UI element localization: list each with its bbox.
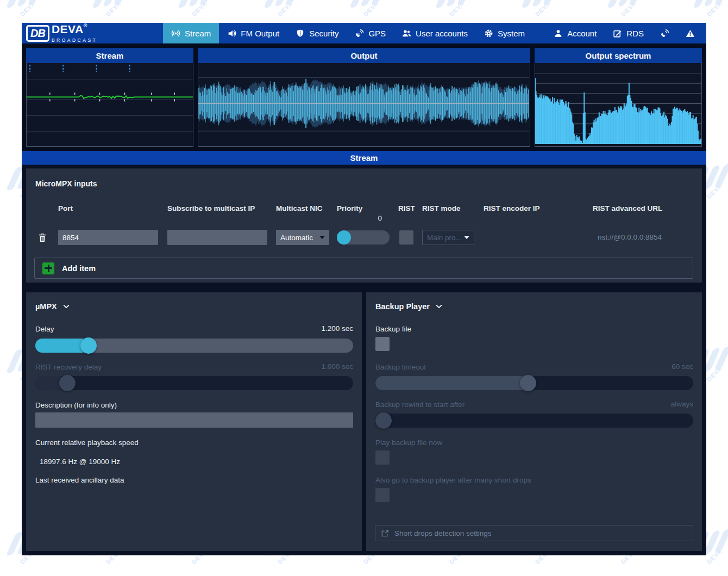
plus-icon — [42, 262, 54, 274]
multicast-ip-input[interactable] — [167, 230, 267, 245]
description-input-field[interactable] — [35, 412, 353, 428]
rist-recovery-slider[interactable] — [35, 375, 353, 391]
nav-tabs: Stream FM Output Security GPS User accou… — [163, 23, 533, 43]
external-link-icon — [381, 529, 389, 537]
rist-checkbox[interactable] — [399, 230, 413, 245]
broadcast-icon — [171, 29, 180, 38]
priority-slider[interactable] — [337, 230, 390, 245]
tab-label: GPS — [368, 29, 386, 38]
port-input-field[interactable] — [58, 230, 158, 245]
rist-mode-select-value: Main pro... — [427, 234, 462, 242]
multicast-ip-input-field[interactable] — [167, 230, 267, 245]
rds-button[interactable]: RDS — [605, 23, 652, 43]
gear-icon — [484, 29, 493, 38]
tab-security[interactable]: Security — [287, 23, 347, 43]
trash-icon — [38, 233, 47, 242]
rist-recovery-label: RIST recovery delay — [35, 363, 102, 371]
backup-player-card: Backup Player Backup file Backup timeout… — [366, 292, 702, 551]
rds-label: RDS — [626, 29, 644, 38]
micrompx-title: MicroMPX inputs — [35, 179, 97, 188]
tab-label: Security — [309, 29, 338, 38]
rist-recovery-value: 1.000 sec — [321, 362, 353, 371]
delay-slider[interactable] — [35, 338, 353, 353]
delete-row-button[interactable] — [38, 233, 47, 248]
db-logo-mark: DB — [30, 27, 45, 39]
app-window: DB DEVA® BROADCAST Stream FM Output Secu… — [22, 23, 706, 555]
col-header-rist-mode: RIST mode — [422, 204, 461, 212]
brand-logo: DB DEVA® BROADCAST — [22, 23, 163, 43]
delay-value: 1.200 sec — [321, 324, 353, 333]
play-backup-now-label: Play backup file now — [375, 439, 442, 447]
spectrum-scope-title: Output spectrum — [535, 48, 702, 63]
port-input[interactable] — [58, 230, 158, 245]
delay-label: Delay — [35, 325, 54, 333]
play-backup-now-checkbox[interactable] — [375, 450, 390, 465]
output-scope-title: Output — [198, 48, 530, 63]
short-drops-settings-label: Short drops detection settings — [394, 529, 492, 537]
backup-rewind-value: always — [671, 400, 693, 408]
account-button[interactable]: Account — [545, 23, 605, 43]
person-icon — [554, 29, 563, 38]
col-header-multicast-ip: Subscribe to multicast IP — [167, 204, 255, 212]
description-input[interactable] — [35, 412, 353, 428]
brand-name: DEVA® — [52, 23, 87, 35]
description-label: Description (for info only) — [35, 401, 117, 409]
warning-triangle-icon — [686, 29, 695, 38]
playback-speed-label: Current relative playback speed — [35, 439, 139, 447]
tab-label: User accounts — [416, 29, 468, 38]
tab-label: System — [498, 29, 525, 38]
navbar-right: Account RDS — [545, 23, 706, 43]
tab-user-accounts[interactable]: User accounts — [394, 23, 476, 43]
col-header-rist-advanced-url: RIST advanced URL — [593, 204, 662, 212]
backup-rewind-label: Backup rewind to start after — [375, 400, 465, 409]
chevron-down-icon — [464, 236, 469, 239]
chevron-down-icon — [435, 303, 443, 310]
tab-label: FM Output — [241, 29, 279, 38]
tab-system[interactable]: System — [476, 23, 533, 43]
account-label: Account — [567, 29, 597, 38]
speaker-icon — [227, 29, 236, 38]
nic-select[interactable]: Automatic — [276, 230, 329, 245]
umpx-title: µMPX — [35, 302, 57, 311]
backup-title: Backup Player — [375, 302, 430, 311]
backup-timeout-value: 60 sec — [671, 362, 693, 371]
tab-gps[interactable]: GPS — [347, 23, 394, 43]
brand-logo-box: DB — [26, 25, 49, 42]
users-icon — [402, 29, 411, 38]
col-header-port: Port — [58, 204, 73, 212]
satellite-dish-icon — [355, 29, 364, 38]
priority-value: 0 — [337, 214, 390, 222]
backup-file-label: Backup file — [375, 325, 411, 333]
slider-thumb[interactable] — [337, 230, 351, 245]
rist-mode-select[interactable]: Main pro... — [422, 230, 474, 245]
section-header-stream: Stream — [22, 151, 706, 165]
short-drops-label: Also go to backup player after many shor… — [375, 476, 531, 484]
short-drops-settings-button[interactable]: Short drops detection settings — [375, 525, 693, 541]
backup-file-checkbox[interactable] — [375, 337, 390, 351]
playback-speed-value: 18997.6 Hz @ 19000 Hz — [40, 458, 120, 466]
chevron-down-icon — [62, 303, 70, 310]
short-drops-checkbox[interactable] — [375, 488, 390, 502]
tab-fm-output[interactable]: FM Output — [219, 23, 287, 43]
stream-scope-display — [26, 63, 193, 147]
umpx-collapse-header[interactable]: µMPX — [35, 302, 70, 311]
scopes-band: Stream Output Output spectrum — [22, 43, 706, 151]
tab-label: Stream — [185, 29, 211, 38]
satellite-dish-icon — [660, 29, 669, 38]
backup-rewind-slider[interactable] — [375, 413, 693, 428]
alert-button[interactable] — [677, 23, 703, 43]
nic-select-value: Automatic — [280, 234, 313, 242]
edit-icon — [613, 29, 622, 38]
backup-timeout-slider[interactable] — [375, 375, 693, 391]
output-spectrum-display — [535, 63, 702, 147]
slider-thumb — [375, 412, 392, 429]
navbar: DB DEVA® BROADCAST Stream FM Output Secu… — [22, 23, 706, 43]
chevron-down-icon — [319, 236, 325, 239]
col-header-rist: RIST — [398, 204, 415, 212]
micrompx-inputs-card: MicroMPX inputs Port Subscribe to multic… — [26, 168, 702, 283]
tab-stream[interactable]: Stream — [163, 23, 219, 43]
add-item-label: Add item — [62, 264, 96, 273]
satellite-status-button[interactable] — [652, 23, 677, 43]
backup-collapse-header[interactable]: Backup Player — [375, 302, 443, 311]
add-item-button[interactable]: Add item — [34, 258, 693, 279]
